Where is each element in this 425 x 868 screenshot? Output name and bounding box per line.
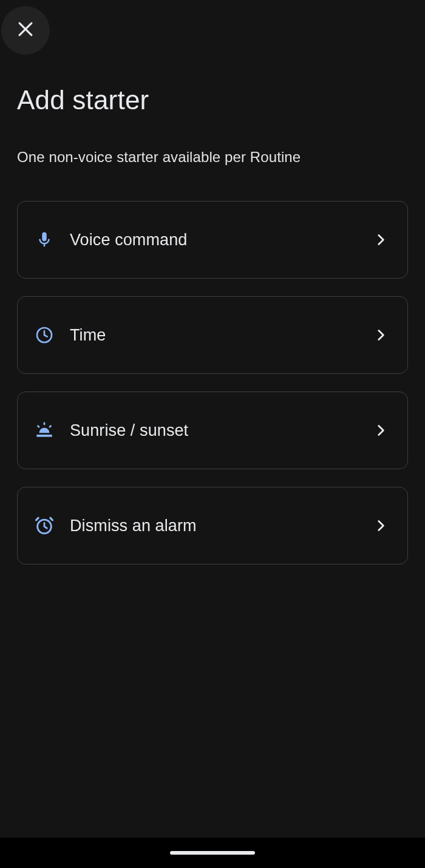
option-list: Voice command Time bbox=[17, 201, 408, 565]
page-title: Add starter bbox=[17, 85, 408, 115]
sunrise-icon bbox=[33, 419, 55, 441]
svg-rect-4 bbox=[44, 422, 46, 426]
svg-line-9 bbox=[50, 518, 53, 520]
svg-line-8 bbox=[36, 518, 39, 520]
microphone-icon bbox=[33, 229, 55, 251]
close-button[interactable] bbox=[1, 6, 50, 55]
svg-rect-3 bbox=[36, 435, 52, 437]
nav-handle[interactable] bbox=[170, 851, 255, 855]
chevron-right-icon bbox=[372, 518, 389, 534]
alarm-icon bbox=[33, 515, 55, 537]
close-icon bbox=[15, 19, 36, 42]
option-time[interactable]: Time bbox=[17, 296, 408, 374]
main-content: Add starter One non-voice starter availa… bbox=[0, 0, 425, 565]
option-sunrise-sunset[interactable]: Sunrise / sunset bbox=[17, 392, 408, 469]
svg-rect-5 bbox=[36, 425, 40, 429]
page-subtitle: One non-voice starter available per Rout… bbox=[17, 149, 408, 166]
chevron-right-icon bbox=[372, 327, 389, 343]
option-label: Voice command bbox=[70, 231, 372, 249]
option-dismiss-alarm[interactable]: Dismiss an alarm bbox=[17, 487, 408, 565]
nav-bar bbox=[0, 838, 425, 868]
svg-rect-6 bbox=[49, 425, 52, 429]
option-label: Time bbox=[70, 326, 372, 345]
clock-icon bbox=[33, 324, 55, 346]
chevron-right-icon bbox=[372, 422, 389, 438]
option-label: Dismiss an alarm bbox=[70, 517, 372, 535]
option-label: Sunrise / sunset bbox=[70, 421, 372, 440]
option-voice-command[interactable]: Voice command bbox=[17, 201, 408, 279]
chevron-right-icon bbox=[372, 232, 389, 248]
